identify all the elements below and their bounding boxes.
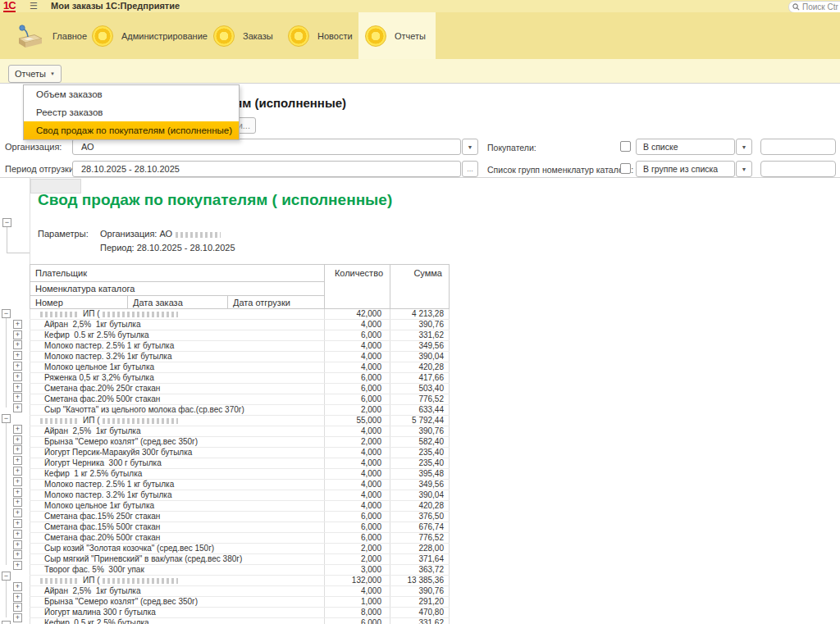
item-sum: 363,72 xyxy=(390,565,450,576)
tab-administrirovanie[interactable]: Администрирование xyxy=(85,12,217,59)
expand-row-button[interactable]: + xyxy=(13,561,22,570)
separator xyxy=(0,177,840,178)
coin-icon xyxy=(213,25,235,47)
tab-novosti[interactable]: Новости xyxy=(281,12,363,59)
item-sum: 776,52 xyxy=(390,533,450,544)
search-icon xyxy=(792,3,800,11)
column-header-order-date: Дата заказа xyxy=(128,296,228,309)
report-table-body: ИП (42,0004 213,28Айран 2,5% 1кг бутылка… xyxy=(30,309,450,624)
item-qty: 2,000 xyxy=(325,437,390,448)
group-qty: 42,000 xyxy=(325,309,390,320)
group-row: ИП (55,0005 792,44 xyxy=(30,416,450,426)
expand-row-button[interactable]: + xyxy=(13,582,22,591)
item-row: Творог фас. 5% 300г упак3,000363,72 xyxy=(30,565,450,576)
item-sum: 420,28 xyxy=(390,362,450,373)
item-qty: 4,000 xyxy=(325,480,390,490)
expand-row-button[interactable]: + xyxy=(13,593,22,602)
collapse-group-button[interactable]: − xyxy=(2,621,11,624)
menu-item-0[interactable]: Объем заказов xyxy=(24,85,239,103)
nomenclature-groups-checkbox[interactable] xyxy=(620,163,631,174)
group-sum: 13 385,36 xyxy=(390,576,450,586)
expand-row-button[interactable]: + xyxy=(13,456,22,465)
item-sum: 582,40 xyxy=(390,437,450,448)
collapse-parameters-button[interactable]: − xyxy=(2,218,11,227)
group-connector xyxy=(6,581,7,617)
tab-glavnoe[interactable]: Главное xyxy=(10,12,97,59)
item-row: Молоко цельное 1кг бутылка4,000420,28 xyxy=(30,362,450,373)
expand-row-button[interactable]: + xyxy=(13,351,22,360)
coin-icon xyxy=(92,25,113,47)
main-menu-icon[interactable]: ☰ xyxy=(30,1,38,11)
item-qty: 4,000 xyxy=(325,469,390,480)
reports-dropdown-button[interactable]: Отчеты ▼ xyxy=(8,65,62,83)
buyers-checkbox[interactable] xyxy=(620,141,631,152)
item-sum: 349,56 xyxy=(390,341,450,352)
menu-item-1[interactable]: Реестр заказов xyxy=(24,103,239,121)
expand-row-button[interactable]: + xyxy=(13,435,22,444)
nomenclature-groups-dropdown-button[interactable]: ▼ xyxy=(736,161,752,177)
ship-period-more-button[interactable]: ... xyxy=(462,161,478,177)
expand-row-button[interactable]: + xyxy=(13,530,22,539)
search-input[interactable]: Поиск Ctr xyxy=(788,1,840,13)
parameters-label: Параметры: xyxy=(38,229,89,239)
tab-zakazy[interactable]: Заказы xyxy=(207,12,283,59)
expand-row-button[interactable]: + xyxy=(13,550,22,559)
expand-row-button[interactable]: + xyxy=(13,425,22,434)
item-name: Сметана фас.20% 250г стакан xyxy=(30,384,325,394)
item-row: Йогурт Персик-Маракуйя 300г бутылка4,000… xyxy=(30,448,450,458)
expand-row-button[interactable]: + xyxy=(13,362,22,371)
parameters-organization-text: Организация: АО xyxy=(100,229,172,239)
expand-row-button[interactable]: + xyxy=(13,372,22,381)
expand-row-button[interactable]: + xyxy=(13,488,22,497)
item-qty: 4,000 xyxy=(325,320,390,330)
reports-dropdown-label: Отчеты xyxy=(15,69,46,79)
item-row: Брынза "Семеро козлят" (сред.вес 350г)2,… xyxy=(30,437,450,448)
expand-row-button[interactable]: + xyxy=(13,498,22,507)
collapse-group-button[interactable]: − xyxy=(2,309,11,318)
payer-group-label: ИП ( xyxy=(83,416,99,425)
buyers-mode-dropdown-button[interactable]: ▼ xyxy=(736,139,752,155)
expand-row-button[interactable]: + xyxy=(13,477,22,486)
menu-item-2[interactable]: Свод продаж по покупателям (исполненные) xyxy=(24,121,239,139)
expand-row-button[interactable]: + xyxy=(13,403,22,412)
redacted-text xyxy=(40,312,80,317)
expand-row-button[interactable]: + xyxy=(13,613,22,622)
tab-otchety[interactable]: Отчеты xyxy=(358,12,436,59)
payer-group-name: ИП ( xyxy=(30,309,325,320)
item-row: Кефир 1 кг 2.5% бутылка4,000395,48 xyxy=(30,469,450,480)
expand-row-button[interactable]: + xyxy=(13,540,22,549)
buyers-mode-select[interactable]: В списке xyxy=(636,139,735,155)
expand-row-button[interactable]: + xyxy=(13,320,22,329)
collapse-group-button[interactable]: − xyxy=(2,572,11,581)
expand-row-button[interactable]: + xyxy=(13,340,22,349)
item-qty: 6,000 xyxy=(325,618,390,624)
payer-group-label: ИП ( xyxy=(83,576,99,585)
organization-field[interactable]: АО xyxy=(72,139,461,155)
column-header-payer: Плательщик xyxy=(30,265,325,282)
item-sum: 390,76 xyxy=(390,320,450,330)
expand-row-button[interactable]: + xyxy=(13,383,22,392)
nomenclature-groups-list-field[interactable] xyxy=(760,161,836,177)
group-row: ИП (42,0004 213,28 xyxy=(30,309,450,320)
parameters-organization: Организация: АО xyxy=(100,229,224,239)
parameters-period: Период: 28.10.2025 - 28.10.2025 xyxy=(100,243,235,253)
item-qty: 6,000 xyxy=(325,522,390,533)
item-name: Молоко цельное 1кг бутылка xyxy=(30,362,325,373)
expand-row-button[interactable]: + xyxy=(13,603,22,612)
buyers-list-field[interactable] xyxy=(760,139,836,155)
item-qty: 2,000 xyxy=(325,405,390,416)
organization-dropdown-button[interactable]: ▼ xyxy=(462,139,478,155)
expand-row-button[interactable]: + xyxy=(13,445,22,454)
item-name: Кефир 0.5 кг 2.5% бутылка xyxy=(30,618,325,624)
item-name: Сметана фас.15% 500г стакан xyxy=(30,522,325,533)
expand-row-button[interactable]: + xyxy=(13,519,22,528)
item-name: Кефир 0.5 кг 2.5% бутылка xyxy=(30,330,325,341)
expand-row-button[interactable]: + xyxy=(13,393,22,402)
expand-row-button[interactable]: + xyxy=(13,508,22,517)
expand-row-button[interactable]: + xyxy=(13,330,22,339)
expand-row-button[interactable]: + xyxy=(13,467,22,476)
nomenclature-groups-mode-select[interactable]: В группе из списка xyxy=(636,161,735,177)
ship-period-field[interactable]: 28.10.2025 - 28.10.2025 xyxy=(72,161,461,177)
item-row: Сметана фас.15% 250г стакан6,000376,50 xyxy=(30,512,450,522)
collapse-group-button[interactable]: − xyxy=(2,414,11,423)
